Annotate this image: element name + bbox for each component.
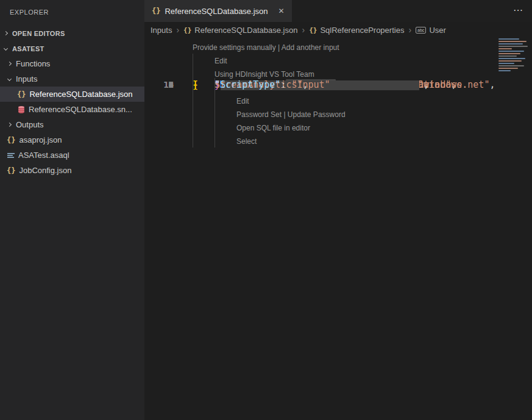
codelens-line[interactable]: Password Set | Update Password [144,107,532,121]
minimap-line [498,58,525,59]
minimap-line [498,48,512,49]
tab-referencesqldatabase-json[interactable]: {} ReferenceSQLDatabase.json ✕ [144,0,292,22]
breadcrumb-label: User [429,26,445,35]
section-label: ASATEST [12,45,44,52]
codelens-line[interactable]: Open SQL file in editor [144,121,532,134]
breadcrumb-separator: › [176,25,179,35]
codelens-link[interactable]: Edit [215,57,227,65]
code-line[interactable]: 17} [144,76,532,89]
line-content: Select [193,134,532,148]
minimap-line [498,55,517,57]
minimap-line [498,46,528,47]
indent-guide [215,134,236,148]
codelens-link[interactable]: Open SQL file in editor [236,124,310,132]
chevron-right-icon [7,123,12,127]
indent-guide [215,107,236,121]
tree-item-functions[interactable]: Functions [0,56,144,71]
breadcrumb-separator: › [302,25,305,35]
chevron-right-icon [7,62,12,66]
codelens-line[interactable]: Provide settings manually | Add another … [144,40,532,54]
tree-item-asatest-asaql[interactable]: ASATest.asaql [0,148,144,163]
code-token: } [193,79,198,90]
breadcrumb-label: ReferenceSQLDatabase.json [194,26,297,35]
section-label: OPEN EDITORS [12,30,65,37]
editor-area: {} ReferenceSQLDatabase.json ✕ ⋯ Inputs›… [144,0,532,420]
tree-item-referencesqldatabase-json[interactable]: {}ReferenceSQLDatabase.json [0,87,144,102]
codelens-link[interactable]: Select [236,137,257,146]
tab-bar: {} ReferenceSQLDatabase.json ✕ ⋯ [144,0,532,22]
breadcrumb-item-referencesqldatabase-json[interactable]: {}ReferenceSQLDatabase.json [183,26,297,35]
tree-item-label: ASATest.asaql [18,151,69,160]
line-number [144,134,193,148]
codelens-separator: | [282,110,288,119]
codelens-line[interactable]: Edit [144,54,532,67]
tree-item-label: Inputs [16,74,37,84]
tree-item-label: Functions [16,59,50,68]
section-open-editors[interactable]: OPEN EDITORS [0,26,144,41]
codelens-line[interactable]: Edit [144,94,532,107]
symbol-string-icon: abc [416,27,426,34]
asaql-file-icon [7,152,15,159]
tree-item-jobconfig-json[interactable]: {}JobConfig.json [0,163,144,178]
tree-item-referencesqldatabase-sn[interactable]: ReferenceSQLDatabase.sn... [0,102,144,117]
line-number [144,54,193,67]
line-content: Edit [193,54,532,67]
breadcrumb-item-sqlreferenceproperties[interactable]: {}SqlReferenceProperties [309,26,404,35]
explorer-sidebar: EXPLORER OPEN EDITORS ASATEST FunctionsI… [0,0,144,420]
json-file-icon: {} [7,166,15,175]
symbol-object-icon: {} [183,26,191,34]
symbol-object-icon: {} [309,26,317,34]
minimap-line [498,63,514,64]
line-content: Password Set | Update Password [193,107,532,121]
indent-guide [215,121,236,134]
codelens-line[interactable]: Select [144,134,532,148]
tree-item-outputs[interactable]: Outputs [0,117,144,132]
more-actions-icon[interactable]: ⋯ [513,4,523,16]
indent-guide [193,107,215,121]
breadcrumb-item-user[interactable]: abcUser [416,26,446,35]
line-number [144,107,193,121]
codelens-link[interactable]: Provide settings manually [193,43,276,52]
indent-guide [193,134,215,148]
line-content: Open SQL file in editor [193,121,532,134]
codelens-link[interactable]: Update Password [288,110,346,119]
tree-item-label: Outputs [16,120,44,129]
json-file-icon: {} [17,90,26,99]
minimap-line [498,41,527,42]
minimap-line [498,65,524,66]
indent-guide [215,94,236,107]
close-icon[interactable]: ✕ [278,7,285,15]
section-asatest[interactable]: ASATEST [0,41,144,56]
tree-item-label: asaproj.json [19,135,62,144]
tree-item-inputs[interactable]: Inputs [0,71,144,87]
minimap-line [498,68,518,69]
chevron-right-icon [4,31,8,35]
line-number [144,121,193,134]
breadcrumb-separator: › [408,25,411,35]
file-tree: FunctionsInputs{}ReferenceSQLDatabase.js… [0,56,144,178]
breadcrumb-label: Inputs [151,26,172,35]
minimap-line [498,51,524,52]
codelens-link[interactable]: Add another input [282,43,339,52]
line-number [144,40,193,54]
chevron-down-icon [4,46,8,51]
json-file-icon: {} [7,136,15,144]
minimap-line [498,43,523,44]
minimap-line [498,53,520,54]
line-content: } [193,78,532,89]
tab-label: ReferenceSQLDatabase.json [165,7,268,16]
tree-item-label: ReferenceSQLDatabase.json [29,90,132,99]
chevron-down-icon [7,77,12,81]
line-number: 17 [144,78,193,89]
line-number [144,94,193,107]
explorer-title: EXPLORER [0,0,144,26]
breadcrumb-label: SqlReferenceProperties [320,26,404,35]
minimap[interactable] [495,37,532,74]
codelens-link[interactable]: Edit [236,97,249,105]
json-file-icon: {} [152,7,160,15]
code-editor[interactable]: Provide settings manually | Add another … [144,38,532,420]
codelens-link[interactable]: Password Set [236,110,282,119]
breadcrumb-item-inputs[interactable]: Inputs [151,26,172,35]
tree-item-asaproj-json[interactable]: {}asaproj.json [0,132,144,148]
indent-guide [193,54,215,67]
